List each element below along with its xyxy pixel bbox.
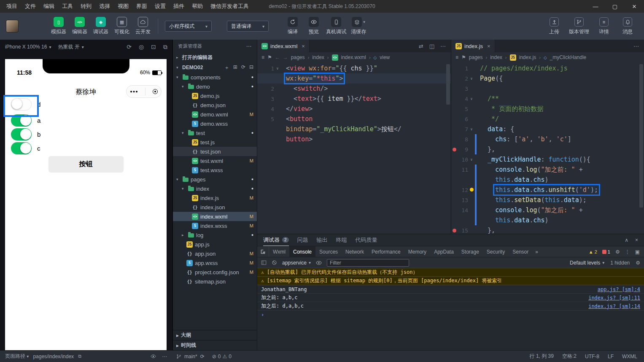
fold-icon[interactable]: ∨ xyxy=(468,97,475,101)
warning-count-badge[interactable]: ▲ 2 xyxy=(589,249,597,254)
more-actions-icon[interactable]: ⋯ xyxy=(162,354,167,359)
breadcrumb-item[interactable]: index xyxy=(312,54,324,60)
console-settings-icon[interactable]: ⚙ xyxy=(636,260,640,266)
tree-file-item[interactable]: JStest.js xyxy=(173,138,257,147)
breadcrumb-item[interactable]: _myClickHandle xyxy=(550,54,587,60)
eye-icon[interactable] xyxy=(316,260,322,266)
close-button[interactable]: ✕ xyxy=(625,0,644,13)
more-menu-icon[interactable]: ●●● xyxy=(130,89,138,94)
panel-tab[interactable]: 终端 xyxy=(336,234,347,246)
menu-item[interactable]: 编辑 xyxy=(40,0,58,13)
back-icon[interactable]: ← xyxy=(275,54,280,60)
tree-file-item[interactable]: JSindex.jsM xyxy=(173,193,257,203)
eye-icon[interactable] xyxy=(151,354,156,359)
close-capsule-icon[interactable] xyxy=(153,89,158,94)
mode-select[interactable]: 小程序模式 ▾ xyxy=(165,21,212,32)
toolbar-simulator-button[interactable]: ▯模拟器 xyxy=(48,17,69,35)
split-editor-icon[interactable]: ◫ xyxy=(429,43,434,49)
menu-item[interactable]: 界面 xyxy=(132,0,151,13)
devtools-tab-storage[interactable]: Storage xyxy=(458,246,483,257)
close-tab-icon[interactable]: × xyxy=(487,43,490,49)
detach-window-icon[interactable]: ⧉ xyxy=(163,43,167,51)
sync-icon[interactable]: ⟳ xyxy=(200,354,205,359)
more-actions-icon[interactable]: ⋯ xyxy=(246,43,252,49)
refresh-icon[interactable]: ⟳ xyxy=(241,64,245,71)
capsule-menu[interactable]: ●●● xyxy=(126,85,162,98)
console-source-link[interactable]: index.js? [sm]:11 xyxy=(588,295,640,301)
rotate-icon[interactable]: ⟳ xyxy=(127,43,132,51)
devtools-tab-appdata[interactable]: AppData xyxy=(430,246,458,257)
bookmark-icon[interactable]: ⚑ xyxy=(461,54,466,60)
encoding-setting[interactable]: UTF-8 xyxy=(585,354,599,359)
new-file-icon[interactable]: ＋ xyxy=(224,64,229,71)
error-count-badge[interactable]: 1 xyxy=(602,249,610,254)
screenshot-icon[interactable]: ◎ xyxy=(139,43,144,51)
code-editor[interactable]: 1// pages/index/index.js2∨Page({34∨ /**5… xyxy=(451,62,644,234)
minimize-button[interactable]: — xyxy=(586,0,605,13)
forward-icon[interactable]: → xyxy=(283,54,288,60)
editor-scrollbar[interactable] xyxy=(639,64,643,208)
collapse-all-icon[interactable]: ⊟ xyxy=(249,64,253,71)
tree-folder-item[interactable]: ▾demo• xyxy=(173,82,257,91)
fold-icon[interactable]: ∨ xyxy=(468,127,475,131)
page-path-select[interactable]: 页面路径 ▾ xyxy=(5,353,29,360)
code-editor[interactable]: 1∨<view wx:for="{{ chs }}"wx:key="*this"… xyxy=(257,62,451,234)
language-mode[interactable]: WXML xyxy=(622,354,637,359)
breadcrumb-item[interactable]: pages xyxy=(291,54,305,60)
console-source-link[interactable]: app.js? [sm]:4 xyxy=(598,286,640,292)
devtools-tab-memory[interactable]: Memory xyxy=(404,246,430,257)
devtools-tab-network[interactable]: Network xyxy=(342,246,368,257)
tree-file-item[interactable]: Sapp.wxssM xyxy=(173,258,257,267)
editor-tab[interactable]: JSindex.js× xyxy=(451,40,495,52)
console-source-link[interactable]: index.js? [sm]:14 xyxy=(588,303,640,309)
tree-file-item[interactable]: Stest.wxss xyxy=(173,165,257,175)
editor-scrollbar[interactable] xyxy=(446,64,450,105)
collapse-panel-icon[interactable]: ∧ xyxy=(625,237,628,243)
lightbulb-icon[interactable] xyxy=(468,188,475,192)
panel-tab[interactable]: 问题 xyxy=(297,234,308,246)
menu-item[interactable]: 项目 xyxy=(3,0,21,13)
clear-console-icon[interactable] xyxy=(272,260,277,265)
toggle-switch[interactable] xyxy=(11,142,32,154)
switch-view-icon[interactable]: ⇄ xyxy=(419,43,423,49)
breakpoint-icon[interactable] xyxy=(451,229,457,232)
explorer-bottom-section[interactable]: ▸大纲 xyxy=(173,330,257,340)
context-select[interactable]: appservice ▾ xyxy=(282,260,311,266)
toolbar-preview-button[interactable]: 预览 xyxy=(303,17,324,35)
toolbar-compile-button[interactable]: 编译 xyxy=(282,17,303,35)
kebab-menu-icon[interactable]: ⋮ xyxy=(625,249,630,255)
fold-icon[interactable]: ∨ xyxy=(468,157,475,162)
open-editors-section[interactable]: ▸ 打开的编辑器 xyxy=(173,52,257,62)
menu-item[interactable]: 转到 xyxy=(77,0,95,13)
breadcrumb-item[interactable]: index xyxy=(490,54,502,60)
tree-file-item[interactable]: {}demo.json xyxy=(173,100,257,110)
panel-tab[interactable]: 输出 xyxy=(317,234,328,246)
devtools-tab-wxml[interactable]: Wxml xyxy=(269,246,289,257)
problems-indicator[interactable]: ⊘ 0 ⚠ 0 xyxy=(212,354,232,359)
toggle-switch[interactable] xyxy=(11,128,32,140)
devtools-tab-security[interactable]: Security xyxy=(483,246,509,257)
project-root-section[interactable]: ▾ DEMO02 ＋ ⊞ ⟳ ⊟ xyxy=(173,62,257,73)
indentation-setting[interactable]: 空格:2 xyxy=(562,353,577,360)
menu-item[interactable]: 微信开发者工具 xyxy=(207,0,253,13)
console-sidebar-icon[interactable] xyxy=(261,260,267,265)
devtools-tab-sources[interactable]: Sources xyxy=(315,246,342,257)
tree-file-item[interactable]: <>test.wxmlM xyxy=(173,156,257,165)
tree-file-item[interactable]: Sindex.wxssM xyxy=(173,221,257,230)
tree-file-item[interactable]: {}test.json xyxy=(173,147,257,156)
tree-file-item[interactable]: {}app.jsonM xyxy=(173,249,257,258)
list-icon[interactable]: ≡ xyxy=(261,54,264,60)
tree-folder-item[interactable]: ▾test• xyxy=(173,128,257,138)
tree-folder-item[interactable]: ▾components• xyxy=(173,73,257,82)
editor-tab[interactable]: <>index.wxml× xyxy=(257,40,310,52)
toolbar-visual-button[interactable]: ▦可视化 xyxy=(111,17,132,35)
toolbar-messages-button[interactable]: 消息 xyxy=(617,17,638,35)
more-tabs-icon[interactable]: » xyxy=(532,246,541,257)
tree-file-item[interactable]: Sdemo.wxss xyxy=(173,119,257,128)
devtools-tab-sensor[interactable]: Sensor xyxy=(509,246,532,257)
panel-tab[interactable]: 调试器2 xyxy=(263,234,289,246)
console-filter-input[interactable] xyxy=(327,259,409,267)
fold-icon[interactable]: ∨ xyxy=(274,66,281,70)
phone-screen[interactable]: 11:58 60% 蔡徐坤 ●●● dabc 按钮 xyxy=(5,59,167,350)
menu-item[interactable]: 视图 xyxy=(114,0,132,13)
